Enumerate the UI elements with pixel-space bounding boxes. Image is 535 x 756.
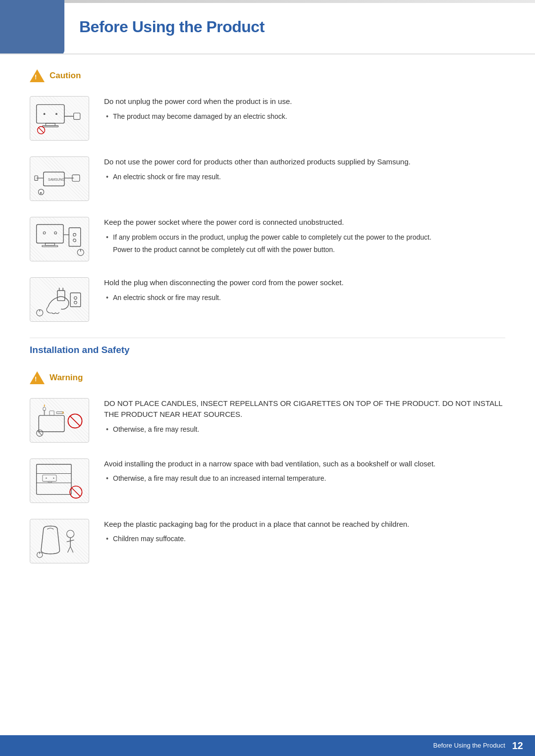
warning-item-2: Avoid installing the product in a narrow… xyxy=(30,458,505,503)
caution-section-header: Caution xyxy=(30,69,505,82)
warning-item-1-bullets: Otherwise, a fire may result. xyxy=(104,424,505,435)
caution-item-4: Hold the plug when disconnecting the pow… xyxy=(30,277,505,322)
caution-item-3-bullets: If any problem occurs in the product, un… xyxy=(104,232,505,243)
warning-illus-2 xyxy=(30,458,89,503)
caution-illus-1 xyxy=(30,96,89,141)
page-header: Before Using the Product xyxy=(0,0,535,54)
warning-item-2-main: Avoid installing the product in a narrow… xyxy=(104,458,505,470)
caution-item-2-main: Do not use the power cord for products o… xyxy=(104,156,505,168)
main-content: Caution Do not unplug the power xyxy=(0,54,535,609)
warning-item-3-main: Keep the plastic packaging bag for the p… xyxy=(104,519,505,530)
warning-item-3-bullet-1: Children may suffocate. xyxy=(104,534,505,544)
warning-illus-3 xyxy=(30,519,89,563)
page-footer: Before Using the Product 12 xyxy=(0,735,535,756)
caution-item-3-note: Power to the product cannot be completel… xyxy=(104,245,505,255)
warning-item-1: DO NOT PLACE CANDLES, INSECT REPELLANTS … xyxy=(30,398,505,443)
warning-item-3-text: Keep the plastic packaging bag for the p… xyxy=(104,519,505,547)
caution-item-3: Keep the power socket where the power co… xyxy=(30,217,505,261)
page-title: Before Using the Product xyxy=(79,15,265,39)
warning-item-1-bullet-1: Otherwise, a fire may result. xyxy=(104,424,505,435)
caution-item-1-bullet-1: The product may become damaged by an ele… xyxy=(104,111,505,122)
caution-item-4-bullets: An electric shock or fire may result. xyxy=(104,293,505,303)
warning-item-3-bullets: Children may suffocate. xyxy=(104,534,505,544)
warning-item-1-main: DO NOT PLACE CANDLES, INSECT REPELLANTS … xyxy=(104,398,505,420)
warning-item-2-bullets: Otherwise, a fire may result due to an i… xyxy=(104,473,505,484)
warning-section-header: Warning xyxy=(30,371,505,384)
installation-section: Installation and Safety xyxy=(30,338,505,357)
warning-illus-1 xyxy=(30,398,89,443)
caution-item-1-bullets: The product may become damaged by an ele… xyxy=(104,111,505,122)
caution-illus-4 xyxy=(30,277,89,322)
caution-item-4-text: Hold the plug when disconnecting the pow… xyxy=(104,277,505,305)
caution-label: Caution xyxy=(50,69,81,82)
caution-illus-2: SAMSUNG ● xyxy=(30,156,89,201)
warning-item-2-bullet-1: Otherwise, a fire may result due to an i… xyxy=(104,473,505,484)
caution-item-2-text: Do not use the power cord for products o… xyxy=(104,156,505,184)
caution-item-4-main: Hold the plug when disconnecting the pow… xyxy=(104,277,505,289)
caution-item-3-main: Keep the power socket where the power co… xyxy=(104,217,505,228)
caution-illus-3 xyxy=(30,217,89,261)
caution-item-3-text: Keep the power socket where the power co… xyxy=(104,217,505,255)
install-label: Installation and Safety xyxy=(30,345,130,355)
caution-item-1: Do not unplug the power cord when the pr… xyxy=(30,96,505,141)
caution-item-2-bullet-1: An electric shock or fire may result. xyxy=(104,172,505,182)
caution-item-3-bullet-1: If any problem occurs in the product, un… xyxy=(104,232,505,243)
caution-icon xyxy=(30,69,45,82)
caution-item-1-main: Do not unplug the power cord when the pr… xyxy=(104,96,505,107)
caution-item-1-text: Do not unplug the power cord when the pr… xyxy=(104,96,505,124)
caution-item-2-bullets: An electric shock or fire may result. xyxy=(104,172,505,182)
warning-icon xyxy=(30,371,45,384)
warning-item-2-text: Avoid installing the product in a narrow… xyxy=(104,458,505,486)
footer-text: Before Using the Product xyxy=(433,741,505,751)
caution-item-2: SAMSUNG ● Do not use the power cord for … xyxy=(30,156,505,201)
warning-item-1-text: DO NOT PLACE CANDLES, INSECT REPELLANTS … xyxy=(104,398,505,437)
warning-label: Warning xyxy=(50,371,83,384)
page-number: 12 xyxy=(512,738,523,753)
warning-item-3: Keep the plastic packaging bag for the p… xyxy=(30,519,505,563)
caution-item-4-bullet-1: An electric shock or fire may result. xyxy=(104,293,505,303)
